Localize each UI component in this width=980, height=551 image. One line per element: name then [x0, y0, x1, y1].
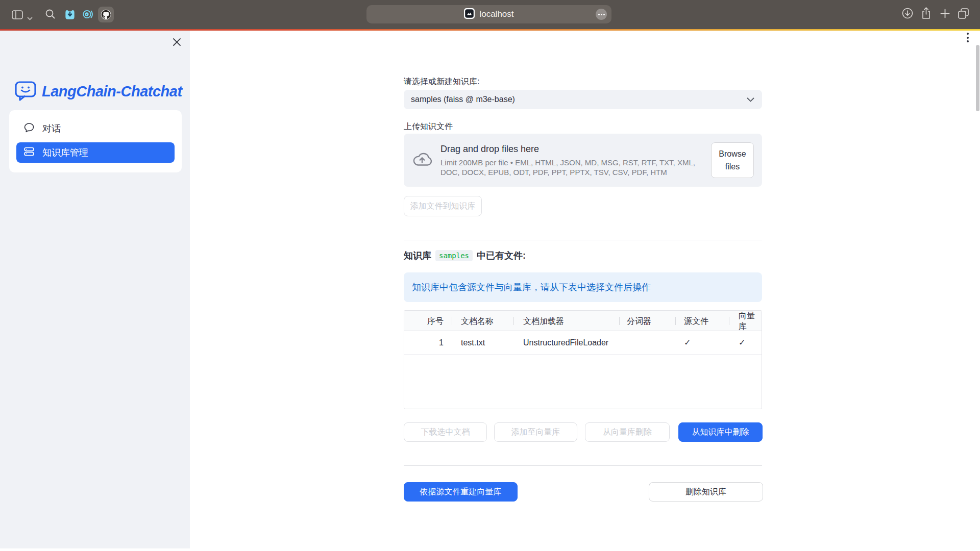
sidebar-toggle-icon[interactable]: [12, 10, 23, 21]
extension-github-icon[interactable]: [98, 7, 114, 22]
sidebar-close-icon[interactable]: [170, 35, 183, 48]
col-header-loader: 文档加载器: [513, 311, 619, 332]
kb-name-code: samples: [435, 250, 473, 261]
browser-toolbar: localhost: [0, 0, 980, 29]
file-dropzone[interactable]: Drag and drop files here Limit 200MB per…: [404, 134, 762, 187]
add-files-button: 添加文件到知识库: [404, 196, 482, 216]
table-row[interactable]: 1 test.txt UnstructuredFileLoader ✓ ✓: [404, 331, 762, 355]
sidebar: LangChain-Chatchat 对话 知识库管理: [0, 31, 190, 551]
remove-from-vector-button: 从向量库删除: [585, 422, 670, 442]
info-alert: 知识库中包含源文件与向量库，请从下表中选择文件后操作: [404, 272, 762, 302]
extension-bookmark-icon[interactable]: [63, 8, 77, 23]
divider: [404, 240, 762, 240]
kb-heading-suffix: 中已有文件:: [477, 249, 526, 262]
chat-bubble-icon: [23, 122, 35, 136]
sidebar-item-label: 知识库管理: [42, 146, 88, 159]
sidebar-item-label: 对话: [42, 122, 61, 135]
tab-overview-icon[interactable]: [958, 8, 969, 21]
browse-files-button[interactable]: Browse files: [711, 142, 754, 178]
col-header-source: 源文件: [675, 311, 729, 332]
app-menu-kebab-icon[interactable]: [964, 33, 971, 46]
cell-filename: test.txt: [452, 331, 513, 354]
delete-kb-button[interactable]: 删除知识库: [649, 482, 763, 502]
address-url: localhost: [479, 9, 513, 19]
cell-loader: UnstructuredFileLoader: [513, 331, 619, 354]
downloads-icon[interactable]: [902, 8, 913, 21]
col-header-filename: 文档名称: [452, 311, 513, 332]
col-header-vector: 向量库: [729, 311, 762, 332]
divider: [404, 465, 762, 466]
col-header-splitter: 分词器: [619, 311, 675, 332]
site-favicon: [464, 8, 475, 21]
cell-source-check: ✓: [675, 331, 729, 354]
chevron-down-icon: [747, 97, 754, 102]
sidebar-item-chat[interactable]: 对话: [16, 118, 175, 139]
upload-label: 上传知识文件: [404, 121, 453, 132]
kb-files-table: 序号 文档名称 文档加载器 分词器 源文件 向量库 1 test.txt Uns…: [404, 310, 762, 409]
extension-broadcast-icon[interactable]: [81, 8, 94, 23]
sidebar-item-knowledge-base[interactable]: 知识库管理: [16, 142, 175, 163]
share-icon[interactable]: [921, 7, 932, 21]
info-alert-text: 知识库中包含源文件与向量库，请从下表中选择文件后操作: [412, 281, 651, 293]
kb-heading-prefix: 知识库: [404, 249, 431, 262]
kb-files-heading: 知识库 samples 中已有文件:: [404, 249, 526, 262]
sidebar-toggle-chevron-icon[interactable]: [27, 13, 33, 22]
rebuild-vector-store-button[interactable]: 依据源文件重建向量库: [404, 482, 518, 502]
table-header-row: 序号 文档名称 文档加载器 分词器 源文件 向量库: [404, 311, 762, 331]
sidebar-menu: 对话 知识库管理: [9, 110, 182, 172]
logo-text: LangChain-Chatchat: [42, 83, 182, 100]
dropzone-hint: Limit 200MB per file • EML, HTML, JSON, …: [440, 158, 706, 177]
app-logo: LangChain-Chatchat: [14, 80, 183, 103]
cell-vector-check: ✓: [729, 331, 762, 354]
kb-select-label: 请选择或新建知识库:: [404, 77, 479, 87]
new-tab-icon[interactable]: [940, 9, 950, 20]
kb-select[interactable]: samples (faiss @ m3e-base): [404, 90, 762, 109]
download-selected-button: 下载选中文档: [404, 422, 487, 442]
cell-splitter: [619, 331, 675, 354]
logo-chat-bubble-icon: [14, 79, 37, 104]
kb-select-value: samples (faiss @ m3e-base): [411, 95, 515, 104]
search-icon[interactable]: [45, 9, 56, 21]
scrollbar-thumb[interactable]: [976, 45, 979, 111]
sidebar-bottom-strip: [0, 548, 190, 551]
screen: localhost LangChain-Chatchat: [0, 0, 980, 551]
stack-icon: [23, 146, 35, 160]
delete-from-kb-button[interactable]: 从知识库中删除: [678, 422, 763, 442]
address-bar[interactable]: localhost: [366, 5, 611, 23]
dropzone-title: Drag and drop files here: [440, 144, 706, 155]
cell-index: 1: [404, 331, 452, 354]
cloud-upload-icon: [411, 151, 433, 169]
col-header-index: 序号: [404, 311, 452, 332]
address-more-icon[interactable]: [596, 9, 607, 20]
add-to-vector-button: 添加至向量库: [494, 422, 577, 442]
